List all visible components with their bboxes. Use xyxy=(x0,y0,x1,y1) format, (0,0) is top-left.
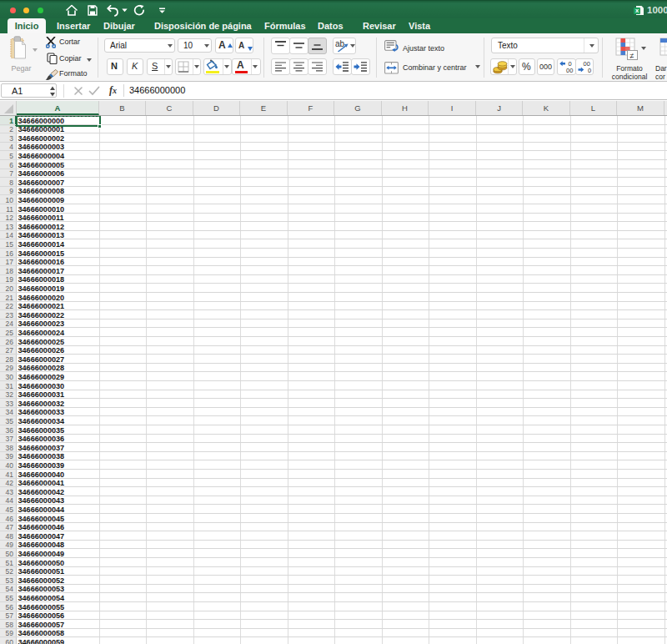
svg-text:0: 0 xyxy=(588,67,591,73)
svg-text:≠: ≠ xyxy=(630,52,634,60)
svg-text:00: 00 xyxy=(566,67,573,73)
